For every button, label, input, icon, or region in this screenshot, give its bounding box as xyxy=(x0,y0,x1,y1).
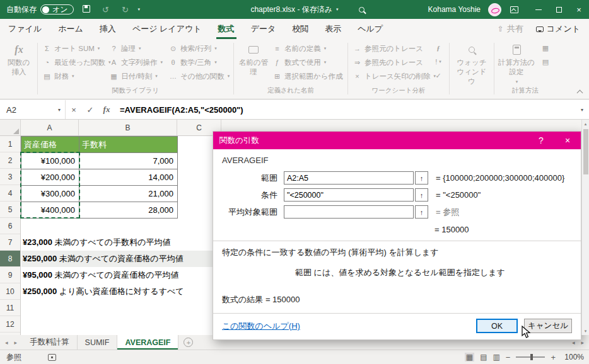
zoom-slider-thumb[interactable] xyxy=(530,354,533,360)
comments-button[interactable]: コメント xyxy=(536,23,580,35)
vertical-scroll-thumb[interactable] xyxy=(583,129,588,174)
col-header-a[interactable]: A xyxy=(21,120,79,135)
cell-A5[interactable]: ¥400,000 xyxy=(21,202,79,219)
row-header-9[interactable]: 9 xyxy=(0,267,20,283)
cell-A9[interactable]: ¥95,000 未満のすべての資産価格の平均値 xyxy=(23,267,178,283)
select-all-corner[interactable] xyxy=(0,120,21,135)
range-input[interactable] xyxy=(284,171,414,185)
user-name[interactable]: Kohama Yoshie xyxy=(428,5,481,14)
cell-B4[interactable]: 21,000 xyxy=(79,186,178,202)
redo-button[interactable]: ↻ xyxy=(119,5,132,14)
row-header-7[interactable]: 7 xyxy=(0,234,20,251)
zoom-in-button[interactable]: + xyxy=(551,353,556,362)
tab-formulas[interactable]: 数式 xyxy=(210,19,243,39)
row-header-12[interactable]: 12 xyxy=(0,316,20,333)
math-trig-button[interactable]: θ数学/三角▾ xyxy=(166,55,231,69)
row-header-1[interactable]: 1 xyxy=(0,136,20,152)
hscroll-right-icon[interactable]: ▸ xyxy=(581,339,584,346)
save-button[interactable] xyxy=(79,5,93,14)
define-name-button[interactable]: ≡名前の定義▾ xyxy=(271,42,345,55)
dialog-close-button[interactable]: × xyxy=(554,132,581,149)
tab-home[interactable]: ホーム xyxy=(50,19,91,39)
ribbon-display-options-icon[interactable] xyxy=(510,6,518,13)
tab-data[interactable]: データ xyxy=(243,19,284,39)
tab-insert[interactable]: 挿入 xyxy=(91,19,124,39)
col-header-b[interactable]: B xyxy=(79,120,177,135)
sheet-nav-left-icon[interactable]: ◂ xyxy=(5,339,8,346)
avatar[interactable] xyxy=(488,3,501,16)
range-collapse-button[interactable]: ↑ xyxy=(415,171,428,185)
row-header-2[interactable]: 2 xyxy=(0,152,20,169)
logical-button[interactable]: ?論理▾ xyxy=(107,42,166,55)
function-help-link[interactable]: この関数のヘルプ(H) xyxy=(222,321,300,332)
lookup-button[interactable]: ⊙検索/行列▾ xyxy=(166,42,231,55)
quick-access-caret-icon[interactable]: ▾ xyxy=(138,7,141,12)
autosave-toggle[interactable]: 自動保存 オン xyxy=(6,4,74,15)
remove-arrows-button[interactable]: ×トレース矢印の削除▾ xyxy=(351,69,429,83)
cell-A2[interactable]: ¥100,000 xyxy=(21,153,79,169)
view-normal-button[interactable]: ▦ xyxy=(465,353,474,361)
tab-review[interactable]: 校閲 xyxy=(284,19,317,39)
name-manager-button[interactable]: 名前の管理 xyxy=(236,42,271,83)
trace-dependents-button[interactable]: ⇒参照先のトレース xyxy=(351,55,429,69)
tab-view[interactable]: 表示 xyxy=(317,19,349,39)
tab-help[interactable]: ヘルプ xyxy=(349,19,391,39)
tab-file[interactable]: ファイル xyxy=(0,19,50,39)
cell-B5[interactable]: 28,000 xyxy=(79,202,178,219)
cell-A3[interactable]: ¥200,000 xyxy=(21,169,79,186)
view-page-break-button[interactable]: ▥ xyxy=(493,353,499,361)
sheet-tab-averageif[interactable]: AVERAGEIF xyxy=(117,335,178,350)
evaluate-formula-button[interactable]: ✓ xyxy=(430,69,446,82)
cell-B1[interactable]: 手数料 xyxy=(79,137,178,153)
cancel-entry-button[interactable]: × xyxy=(66,100,82,119)
calculation-options-button[interactable]: 計算方法の設定 ▾ xyxy=(497,42,536,86)
zoom-level[interactable]: 100% xyxy=(561,353,584,361)
row-header-3[interactable]: 3 xyxy=(0,169,20,185)
dialog-help-button[interactable]: ? xyxy=(528,132,554,149)
name-box-caret-icon[interactable]: ▾ xyxy=(54,107,65,113)
tab-page-layout[interactable]: ページ レイアウト xyxy=(124,19,210,39)
sheet-tab-tesuryo[interactable]: 手数料計算 xyxy=(22,335,78,350)
name-box[interactable]: A2 ▾ xyxy=(0,100,66,119)
cell-B3[interactable]: 14,000 xyxy=(79,169,178,186)
new-sheet-button[interactable]: + xyxy=(184,338,193,347)
average-range-input[interactable] xyxy=(284,205,414,219)
view-page-layout-button[interactable]: ▤ xyxy=(480,353,487,361)
collapse-ribbon-icon[interactable] xyxy=(576,89,583,95)
use-in-formula-button[interactable]: ƒ数式で使用▾ xyxy=(271,55,345,69)
close-button[interactable]: × xyxy=(569,0,589,19)
row-header-8[interactable]: 8 xyxy=(0,251,20,267)
scroll-up-icon[interactable]: ▴ xyxy=(585,120,587,128)
cancel-button[interactable]: キャンセル xyxy=(524,319,572,333)
row-header-5[interactable]: 5 xyxy=(0,202,20,218)
undo-button[interactable]: ↺ xyxy=(99,5,113,14)
calculate-sheet-button[interactable]: ▤ xyxy=(537,55,554,68)
share-button[interactable]: ⇧ 共有 xyxy=(498,23,523,35)
financial-button[interactable]: ▤財務▾ xyxy=(40,69,107,83)
datetime-button[interactable]: ▦日付/時刻▾ xyxy=(107,69,166,83)
trace-precedents-button[interactable]: →参照元のトレース xyxy=(351,42,429,55)
error-checking-button[interactable]: !▾ xyxy=(430,55,446,68)
insert-function-button[interactable]: fx 関数の挿入 xyxy=(3,42,35,79)
row-header-10[interactable]: 10 xyxy=(0,283,20,300)
cell-A1[interactable]: 資産価格 xyxy=(21,137,79,153)
row-header-6[interactable]: 6 xyxy=(0,218,20,234)
create-from-selection-button[interactable]: ⊞選択範囲から作成 xyxy=(271,69,345,83)
insert-function-fx-button[interactable]: fx xyxy=(98,100,115,119)
vertical-scrollbar[interactable]: ▴ ▾ xyxy=(581,120,589,335)
autosave-pill[interactable]: オン xyxy=(40,4,74,14)
scroll-down-icon[interactable]: ▾ xyxy=(585,327,587,335)
zoom-out-button[interactable]: − xyxy=(506,353,511,362)
criteria-input[interactable] xyxy=(284,188,414,202)
cell-A7[interactable]: ¥23,000 未満のすべての手数料の平均値 xyxy=(23,234,170,251)
show-formulas-button[interactable]: ƒ xyxy=(430,42,446,54)
expand-formula-bar-icon[interactable]: ▾ xyxy=(575,100,589,119)
text-functions-button[interactable]: A文字列操作▾ xyxy=(107,55,166,69)
sheet-nav-right-icon[interactable]: ▸ xyxy=(15,339,18,346)
calculate-now-button[interactable]: ▦ xyxy=(537,42,554,54)
row-header-11[interactable]: 11 xyxy=(0,300,20,316)
cell-B2[interactable]: 7,000 xyxy=(79,153,178,169)
ok-button[interactable]: OK xyxy=(476,319,518,333)
cell-A8[interactable]: ¥250,000 未満のすべての資産価格の平均値 xyxy=(23,251,184,267)
minimize-button[interactable] xyxy=(528,0,549,19)
